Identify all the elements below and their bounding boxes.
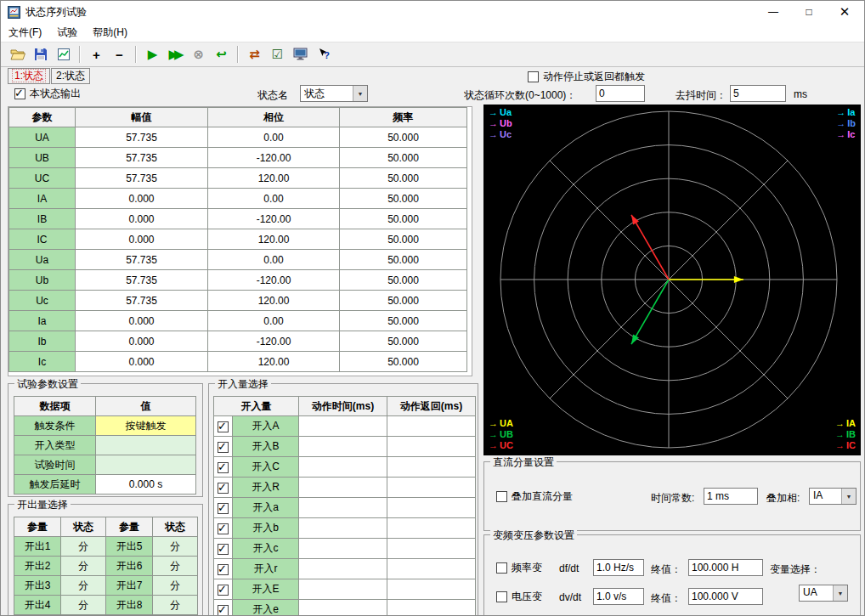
checkbox[interactable] — [218, 564, 229, 575]
param-value-cell[interactable]: 0.000 — [76, 229, 208, 250]
output-state-cell[interactable]: 分 — [61, 557, 106, 576]
param-value-cell[interactable]: 120.00 — [208, 352, 340, 372]
checkbox[interactable] — [218, 605, 229, 616]
param-value-cell[interactable]: 0.000 — [76, 352, 208, 372]
help-icon[interactable]: ? — [313, 44, 334, 65]
param-value-cell[interactable]: 57.735 — [76, 270, 208, 291]
param-value-cell[interactable]: 0.00 — [208, 127, 340, 148]
monitor-icon[interactable] — [290, 44, 311, 65]
param-value-cell[interactable]: 0.000 — [76, 311, 208, 331]
tab-2-state[interactable]: 2:状态 — [51, 68, 90, 84]
reset-icon[interactable]: ↩ — [211, 44, 232, 65]
param-value-cell[interactable]: 0.00 — [208, 250, 340, 270]
output-state-cell[interactable]: 分 — [153, 596, 198, 615]
param-value-cell[interactable]: -120.00 — [208, 209, 340, 229]
param-value-cell[interactable]: 0.000 — [76, 209, 208, 229]
dfdt-input[interactable] — [593, 559, 644, 576]
open-file-icon[interactable] — [7, 44, 28, 65]
param-value-cell[interactable]: 50.000 — [340, 331, 467, 352]
test-param-value-cell[interactable] — [96, 436, 196, 455]
checkbox[interactable] — [218, 462, 229, 473]
menu-item[interactable]: 文件(F) — [1, 23, 49, 42]
output-state-cell[interactable]: 分 — [153, 557, 198, 576]
time-constant-input[interactable] — [704, 488, 758, 505]
param-value-cell[interactable]: 120.00 — [208, 168, 340, 189]
param-value-cell[interactable]: -120.00 — [208, 331, 340, 352]
action-return-cell — [387, 518, 476, 539]
checkbox[interactable] — [218, 483, 229, 494]
param-value-cell[interactable]: 50.000 — [340, 270, 467, 291]
menu-item[interactable]: 试验 — [49, 23, 85, 42]
param-value-cell[interactable]: 57.735 — [76, 127, 208, 148]
checkbox[interactable] — [218, 503, 229, 514]
dc-phase-select[interactable]: IA ▼ — [809, 488, 857, 505]
menu-item[interactable]: 帮助(H) — [85, 23, 135, 42]
action-stop-return-checkbox[interactable]: 动作停止或返回都触发 — [528, 70, 645, 84]
voltage-end-input[interactable] — [688, 588, 763, 605]
checkbox[interactable] — [218, 421, 229, 432]
stop-test-icon[interactable]: ⊗ — [188, 44, 209, 65]
param-value-cell[interactable]: 50.000 — [340, 168, 467, 189]
voltage-end-label: 终值： — [651, 591, 681, 606]
tab-1-state[interactable]: 1:状态 — [8, 68, 50, 84]
continue-test-icon[interactable]: ▶▶ — [165, 44, 186, 65]
param-value-cell[interactable]: 50.000 — [340, 127, 467, 148]
checkbox[interactable] — [218, 442, 229, 453]
svg-text:?: ? — [324, 50, 330, 60]
waveform-report-icon[interactable] — [53, 44, 74, 65]
param-value-cell[interactable]: 57.735 — [76, 291, 208, 311]
checkbox[interactable] — [218, 585, 229, 596]
param-value-cell[interactable]: 0.00 — [208, 189, 340, 209]
variable-select[interactable]: UA ▼ — [799, 585, 848, 602]
param-value-cell[interactable]: 50.000 — [340, 229, 467, 250]
dc-settings-group: 直流分量设置 叠加直流分量 时间常数: 叠加相: IA ▼ — [483, 461, 861, 531]
param-value-cell[interactable]: 120.00 — [208, 229, 340, 250]
checkbox[interactable] — [218, 544, 229, 555]
save-icon[interactable] — [30, 44, 51, 65]
add-state-icon[interactable]: + — [86, 44, 107, 65]
transfer-icon[interactable]: ⇄ — [244, 44, 265, 65]
test-param-value-cell[interactable]: 按键触发 — [96, 416, 196, 436]
minimize-button[interactable]: — — [755, 1, 791, 23]
output-state-cell[interactable]: 分 — [153, 576, 198, 596]
param-value-cell[interactable]: 57.735 — [76, 148, 208, 168]
maximize-button[interactable]: □ — [791, 1, 827, 23]
state-name-select[interactable]: 状态 ▼ — [300, 85, 368, 102]
checkbox[interactable] — [218, 523, 229, 534]
loop-count-input[interactable] — [596, 85, 645, 102]
param-value-cell[interactable]: 0.00 — [208, 311, 340, 331]
test-param-value-cell[interactable] — [96, 455, 196, 475]
freq-end-input[interactable] — [688, 559, 763, 576]
checklist-icon[interactable]: ☑ — [267, 44, 288, 65]
param-value-cell[interactable]: 57.735 — [76, 168, 208, 189]
param-value-cell[interactable]: 50.000 — [340, 189, 467, 209]
param-value-cell[interactable]: 120.00 — [208, 291, 340, 311]
freq-change-checkbox[interactable]: 频率变 — [496, 561, 542, 575]
output-state-cell[interactable]: 分 — [153, 537, 198, 557]
param-value-cell[interactable]: 50.000 — [340, 291, 467, 311]
start-test-icon[interactable]: ▶ — [142, 44, 163, 65]
dvdt-input[interactable] — [593, 588, 644, 605]
param-value-cell[interactable]: 0.000 — [76, 331, 208, 352]
param-value-cell[interactable]: 50.000 — [340, 250, 467, 270]
output-state-cell[interactable]: 分 — [61, 596, 106, 615]
voltage-change-checkbox[interactable]: 电压变 — [496, 590, 542, 604]
param-value-cell[interactable]: 57.735 — [76, 250, 208, 270]
param-value-cell[interactable]: 50.000 — [340, 311, 467, 331]
param-value-cell[interactable]: -120.00 — [208, 148, 340, 168]
output-state-cell[interactable]: 分 — [61, 537, 106, 557]
output-state-cell[interactable]: 分 — [61, 576, 106, 596]
dc-superimpose-checkbox[interactable]: 叠加直流分量 — [496, 489, 573, 504]
param-value-cell[interactable]: 50.000 — [340, 148, 467, 168]
remove-state-icon[interactable]: − — [109, 44, 130, 65]
param-value-cell[interactable]: 50.000 — [340, 209, 467, 229]
param-value-cell[interactable]: 0.000 — [76, 189, 208, 209]
test-param-value-cell[interactable]: 0.000 s — [96, 475, 196, 494]
binary-in-label-cell: 开入a — [233, 498, 299, 518]
close-button[interactable]: ✕ — [827, 1, 862, 23]
param-value-cell[interactable]: 50.000 — [340, 352, 467, 372]
param-value-cell[interactable]: -120.00 — [208, 270, 340, 291]
debounce-input[interactable] — [730, 85, 786, 102]
param-table-row: IB0.000-120.0050.000 — [9, 209, 467, 229]
state-output-checkbox[interactable]: 本状态输出 — [14, 87, 81, 101]
